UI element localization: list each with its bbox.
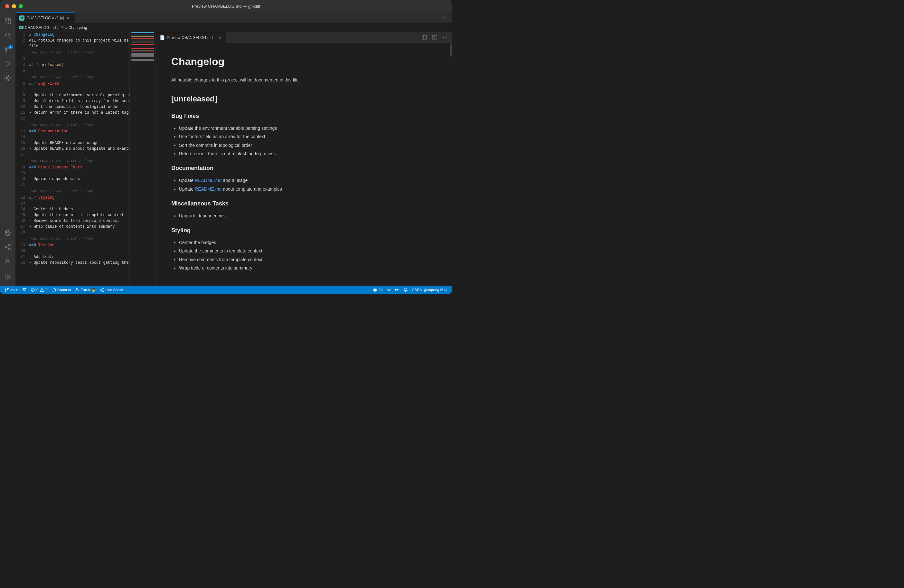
- tab-action-more[interactable]: ···: [440, 14, 449, 22]
- blame-info-6: You, seconds ago | 1 author (You): [16, 236, 130, 242]
- code-line-13: 13 ### Documentation: [16, 128, 130, 134]
- preview-intro: All notable changes to this project will…: [171, 76, 433, 84]
- scrollbar-thumb[interactable]: [450, 44, 452, 57]
- activity-icon-source-control[interactable]: 1: [1, 43, 14, 56]
- activity-icon-explorer[interactable]: [1, 15, 14, 28]
- code-line-22: 22 ### Styling: [16, 195, 130, 201]
- editor-split: 1 # Changelog 2 All notable changes to t…: [16, 32, 452, 286]
- code-line-31: 31 - Add tests: [16, 254, 130, 260]
- code-line-16: 16 - Update README.md about template and…: [16, 146, 130, 152]
- preview-h3-bugfixes: Bug Fixes: [171, 111, 433, 121]
- close-button[interactable]: [5, 4, 9, 8]
- breadcrumb-file[interactable]: CHANGELOG.md: [25, 25, 56, 30]
- svg-point-7: [5, 51, 7, 52]
- editor-area: M CHANGELOG.md M ✕ ··· M CHANGELOG.md > …: [16, 12, 452, 286]
- svg-rect-0: [5, 19, 7, 21]
- activity-icon-run[interactable]: [1, 57, 14, 70]
- readme-link-1[interactable]: README.md: [195, 178, 221, 183]
- status-errors[interactable]: 0 0: [28, 286, 50, 294]
- preview-tab-close[interactable]: ✕: [217, 35, 223, 40]
- activity-icon-search[interactable]: [1, 29, 14, 42]
- code-line-19: 19: [16, 170, 130, 176]
- activity-icon-extensions[interactable]: [1, 71, 14, 84]
- list-item: Update README.md about template and exam…: [179, 185, 433, 193]
- code-line-1: 1 # Changelog: [16, 32, 130, 38]
- activity-icon-remote-explorer[interactable]: [1, 226, 14, 239]
- activity-bar: 1: [0, 12, 16, 286]
- svg-point-21: [9, 248, 11, 250]
- code-line-20: 20 - Upgrade dependencies: [16, 176, 130, 182]
- activity-icon-settings[interactable]: [1, 270, 14, 283]
- blame-info-2: You, seconds ago | 1 author (You): [16, 74, 130, 81]
- code-line-2b: file.: [16, 43, 130, 49]
- code-line-11: 11 - Return error if there is not a late…: [16, 110, 130, 115]
- preview-open-side[interactable]: [420, 33, 429, 41]
- tab-close-changelog[interactable]: ✕: [66, 16, 71, 21]
- traffic-lights: [5, 4, 23, 8]
- list-item: Wrap table of contents into summary: [179, 264, 433, 272]
- svg-marker-9: [6, 61, 10, 66]
- tab-bar: M CHANGELOG.md M ✕ ···: [16, 12, 452, 24]
- svg-rect-3: [8, 22, 10, 24]
- code-line-2: 2 All notable changes to this project wi…: [16, 38, 130, 43]
- maximize-button[interactable]: [19, 4, 23, 8]
- status-golive[interactable]: Go Live: [371, 286, 394, 294]
- list-item: Update README.md about usage: [179, 177, 433, 184]
- blame-info-3: You, seconds ago | 1 author (You): [16, 122, 130, 128]
- code-line-12: 12: [16, 115, 130, 122]
- status-username-label: CSDN @superig1644: [412, 288, 447, 292]
- code-line-18: 18 ### Miscellaneous Tasks: [16, 164, 130, 170]
- preview-h2-unreleased: [unreleased]: [171, 93, 433, 105]
- window: Preview CHANGELOG.md — git-cliff: [0, 0, 452, 294]
- svg-point-37: [42, 291, 42, 291]
- status-bar: main 0 0 Connect: [0, 286, 452, 294]
- blame-info-1: You, seconds ago | 1 author (You): [16, 49, 130, 56]
- code-line-24: 24 - Center the badges: [16, 206, 130, 212]
- code-editor[interactable]: 1 # Changelog 2 All notable changes to t…: [16, 32, 130, 286]
- status-username[interactable]: CSDN @superig1644: [410, 286, 449, 294]
- minimize-button[interactable]: [12, 4, 16, 8]
- tab-changelog-md[interactable]: M CHANGELOG.md M ✕: [16, 12, 75, 24]
- code-line-27: 27 - Wrap table of contents into summary: [16, 224, 130, 229]
- tab-preview-changelog[interactable]: 📄 Preview CHANGELOG.md ✕: [156, 32, 227, 43]
- code-line-4: 4 ## [unreleased]: [16, 62, 130, 68]
- preview-content[interactable]: Changelog All notable changes to this pr…: [156, 43, 449, 286]
- preview-bugfixes-list: Update the environment variable parsing …: [171, 125, 433, 158]
- svg-point-42: [103, 291, 104, 292]
- code-line-9: 9 - Use footers field as an array for th…: [16, 98, 130, 104]
- code-line-8: 8 - Update the environment variable pars…: [16, 92, 130, 98]
- preview-documentation-list: Update README.md about usage Update READ…: [171, 177, 433, 193]
- svg-rect-26: [422, 35, 427, 39]
- preview-more-actions[interactable]: ···: [440, 33, 449, 41]
- status-author[interactable]: Faruk 👦: [73, 286, 98, 294]
- preview-scrollbar[interactable]: [449, 43, 452, 286]
- blame-info-4: You, seconds ago | 1 author (You): [16, 158, 130, 164]
- svg-point-39: [76, 288, 78, 290]
- readme-link-2[interactable]: README.md: [195, 187, 221, 191]
- status-liveshare[interactable]: Live Share: [98, 286, 125, 294]
- preview-tab-actions: ···: [420, 33, 452, 41]
- status-branch[interactable]: main: [3, 286, 20, 294]
- list-item: Center the badges: [179, 239, 433, 246]
- list-item: Remove comments from template context: [179, 256, 433, 263]
- activity-icon-share[interactable]: [1, 240, 14, 253]
- svg-point-31: [5, 291, 6, 292]
- activity-icon-account[interactable]: [1, 255, 14, 267]
- status-sync[interactable]: [20, 286, 28, 294]
- breadcrumb-section[interactable]: # Changelog: [65, 25, 87, 30]
- source-control-badge: 1: [8, 44, 13, 49]
- svg-rect-12: [7, 75, 9, 77]
- svg-point-47: [397, 289, 398, 291]
- status-notifications[interactable]: [401, 286, 410, 294]
- svg-point-6: [5, 47, 7, 49]
- svg-rect-29: [435, 35, 437, 39]
- status-broadcast[interactable]: [393, 286, 401, 294]
- code-line-14: 14: [16, 134, 130, 140]
- preview-split-editor[interactable]: [430, 33, 439, 41]
- status-connect[interactable]: Connect: [50, 286, 73, 294]
- titlebar: Preview CHANGELOG.md — git-cliff: [0, 0, 452, 12]
- status-connect-label: Connect: [57, 288, 71, 292]
- preview-h3-styling: Styling: [171, 226, 433, 235]
- preview-h3-documentation: Documentation: [171, 164, 433, 173]
- svg-rect-10: [5, 77, 7, 79]
